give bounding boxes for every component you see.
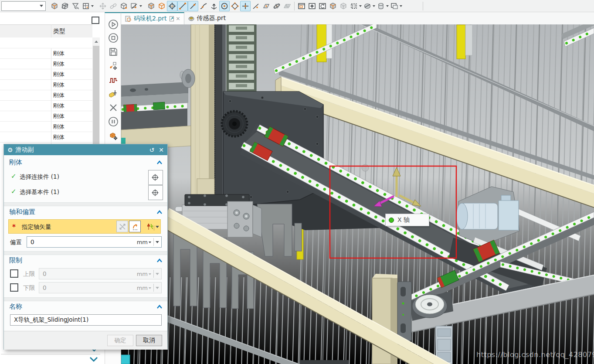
table-row[interactable]: 刚体 [0,132,92,143]
export-motion-icon[interactable] [107,60,119,72]
solid-body-icon[interactable] [146,1,156,11]
left-rail-assembly [121,82,195,150]
unit-caret-icon[interactable] [149,242,151,245]
tab-close-icon[interactable]: ✕ [176,16,180,22]
intersection-snap-icon[interactable] [240,1,251,11]
arc-center-snap-icon[interactable] [219,1,230,11]
section-axis-collapse-icon[interactable] [156,210,163,214]
pause-simulation-icon[interactable] [107,116,119,128]
rectangle-select-caret-icon[interactable] [139,5,142,8]
fit-view-icon[interactable] [349,1,359,11]
save-icon[interactable] [107,46,119,58]
viewport-3d[interactable]: X 轴 https://blog.csdn.net/qq_42807924 [121,24,594,364]
move-object-icon[interactable] [98,1,108,11]
rectangle-select-icon[interactable] [129,1,139,11]
panel-collapse-icon[interactable] [89,356,98,362]
shaded-view-icon[interactable] [328,1,338,11]
point-snap-icon[interactable] [167,1,177,11]
table-row[interactable]: 刚体 [0,79,92,90]
upper-limit-unit: mm [137,271,148,277]
reverse-direction-button[interactable] [129,221,141,232]
window-pattern-caret-icon[interactable] [400,5,402,8]
endpoint-snap-icon[interactable] [177,1,188,11]
curve-snap-icon[interactable] [198,1,209,11]
panel-maximize-button[interactable] [92,17,99,24]
facet-body-snap-icon[interactable] [272,1,282,11]
upper-limit-checkbox[interactable] [10,269,18,278]
mesh-snap-icon[interactable] [282,1,292,11]
table-scrollbar[interactable] [92,37,100,152]
section-divider [4,251,167,255]
offset-options-caret-icon[interactable] [156,241,159,245]
body-point-icon[interactable] [119,1,129,11]
scroll-thumb[interactable] [93,46,99,152]
specify-vector-row[interactable]: * 指定轴矢量 [8,219,161,234]
model-canvas[interactable] [121,24,594,364]
table-header[interactable]: 类型 [0,24,92,38]
cylinder-display-caret-icon[interactable] [386,5,389,8]
link-body-icon[interactable] [60,1,70,11]
table-row[interactable]: 刚体 [0,48,92,59]
joint-name-input[interactable]: X导轨_机架_SlidingJoint(1) [10,314,162,326]
swap-direction-button[interactable] [116,221,128,232]
dialog-titlebar[interactable]: ⚙ 滑动副 ↺ ✕ [4,144,167,155]
tab-palletizer[interactable]: 码垛机2.prt ✕ [121,12,184,24]
select-base-button[interactable] [148,185,163,200]
tab-label: 码垛机2.prt [134,15,167,23]
section-rigid-collapse-icon[interactable] [156,160,163,164]
vector-dropdown-caret-icon[interactable] [156,226,159,230]
application-window: 码垛机2.prt ✕ 传感器.prt 类型 刚体 刚体 刚体 刚体 刚体 刚体 … [0,0,594,364]
upper-limit-input[interactable]: 0 mm [39,268,162,279]
section-name-collapse-icon[interactable] [156,305,163,309]
class-selection-icon[interactable] [81,1,91,11]
table-row[interactable]: 刚体 [0,100,92,111]
scroll-up-button[interactable] [92,37,100,45]
stop-simulation-icon[interactable] [107,32,119,44]
delete-icon[interactable] [107,102,119,114]
zoom-window-icon[interactable] [296,1,307,11]
table-row[interactable]: 刚体 [0,69,92,80]
drag-handle-sphere[interactable] [362,164,369,171]
render-style-icon[interactable] [338,1,349,11]
lower-limit-input[interactable]: 0 mm [39,282,162,293]
fit-view-caret-icon[interactable] [359,5,362,8]
table-row[interactable] [0,37,92,48]
selection-filter-icon[interactable] [70,1,81,11]
cancel-button[interactable]: 取消 [136,335,162,346]
tangent-snap-icon[interactable] [251,1,261,11]
play-simulation-icon[interactable] [107,18,119,31]
show-hide-icon[interactable] [49,1,60,11]
section-view-caret-icon[interactable] [373,5,375,8]
dialog-close-icon[interactable]: ✕ [159,146,164,153]
move-body-icon[interactable] [107,130,119,142]
class-selection-caret-icon[interactable] [91,5,94,8]
select-attachment-button[interactable] [148,170,163,185]
rotate-view-icon[interactable] [317,1,328,11]
quadrant-snap-icon[interactable] [230,1,240,11]
lower-limit-checkbox[interactable] [10,283,18,292]
section-limits-collapse-icon[interactable] [156,259,163,262]
snap-scope-icon[interactable] [108,1,119,11]
pole-snap-icon[interactable] [209,1,219,11]
section-view-icon[interactable] [362,1,373,11]
face-snap-icon[interactable] [261,1,272,11]
table-row[interactable]: 刚体 [0,90,92,101]
window-pattern-icon[interactable] [389,1,400,11]
table-row[interactable]: 刚体 [0,111,92,122]
table-row[interactable]: 刚体 [0,121,92,132]
xy-result-graph-icon[interactable] [107,74,119,86]
fixed-joint-icon[interactable] [107,88,119,100]
pan-view-icon[interactable] [307,1,317,11]
select-base-label: 选择基本件 (1) [20,188,59,196]
offset-input[interactable]: 0 mm [27,236,162,248]
ok-button[interactable]: 确定 [107,335,133,346]
table-row[interactable]: 刚体 [0,58,92,69]
selection-scope-combo[interactable] [1,1,46,11]
cylinder-display-icon[interactable] [376,1,386,11]
midpoint-snap-icon[interactable] [188,1,198,11]
edge-body-icon[interactable] [156,1,167,11]
lower-limit-label: 下限 [23,284,35,292]
dialog-reset-icon[interactable]: ↺ [149,146,155,153]
tab-sensor[interactable]: 传感器.prt [184,12,232,24]
section-divider [4,202,167,206]
